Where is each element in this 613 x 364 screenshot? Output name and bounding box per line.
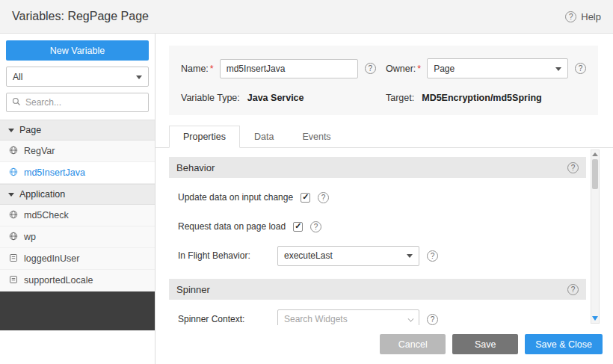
target-label: Target: [386,93,414,103]
spinner-context-input[interactable] [284,314,402,324]
prop-label: Request data on page load [178,221,286,232]
variables-sidebar: New Variable All Page RegVar md5I [0,34,155,364]
tab-data[interactable]: Data [240,126,288,148]
target-value: MD5Encryption/md5Spring [422,93,541,103]
help-icon[interactable] [310,221,321,232]
section-title: Behavior [176,162,215,173]
globe-icon [9,146,18,157]
sidebar-group-application[interactable]: Application [0,184,155,205]
help-icon[interactable] [567,284,579,295]
variable-type-value: Java Service [247,93,304,103]
collapse-triangle-icon [8,193,14,197]
variable-item-label: loggedInUser [24,253,79,264]
search-icon [12,97,21,108]
cancel-button[interactable]: Cancel [380,334,446,354]
variable-item-supportedlocale[interactable]: supportedLocale [0,270,155,291]
chevron-down-icon [407,254,413,258]
variable-item-md5check[interactable]: md5Check [0,205,155,226]
help-icon[interactable] [365,63,376,74]
dialog-header: Variables: RegPage Page Help [0,0,613,34]
required-asterisk: * [417,64,421,74]
required-asterisk: * [210,64,214,74]
help-icon [565,11,576,22]
variable-filter-select[interactable]: All [6,67,149,87]
variable-item-label: wp [24,232,36,242]
chevron-down-icon [136,75,142,79]
properties-panel: Behavior Update data on input change Req… [155,148,613,325]
globe-icon [9,232,18,243]
section-spinner: Spinner [169,279,586,300]
prop-row-in-flight: In Flight Behavior: executeLast [178,246,586,265]
variable-item-loggedinuser[interactable]: loggedInUser [0,248,155,270]
help-icon[interactable] [318,192,329,203]
variable-summary-form: Name:* Owner:* Page Variable Type: Java … [169,46,598,115]
variable-item-label: md5Check [24,210,69,220]
variable-item-regvar[interactable]: RegVar [0,141,155,162]
vertical-scrollbar[interactable] [591,149,600,324]
search-input[interactable] [25,97,143,108]
in-flight-behavior-select[interactable]: executeLast [277,246,419,266]
chevron-down-icon [408,316,414,322]
variable-item-md5insertjava[interactable]: md5InsertJava [0,162,155,184]
sidebar-dark-panel [0,291,155,330]
new-variable-button[interactable]: New Variable [6,40,149,61]
detail-tabs: Properties Data Events [155,126,613,148]
chevron-down-icon [555,67,561,71]
owner-select[interactable]: Page [427,58,568,78]
variable-filter-value: All [13,72,22,82]
help-icon[interactable] [575,63,586,74]
session-variable-icon [9,275,18,286]
variable-item-wp[interactable]: wp [0,226,155,248]
in-flight-behavior-value: executeLast [284,250,333,261]
scroll-down-icon[interactable] [592,316,598,321]
variable-item-label: RegVar [24,146,55,156]
globe-icon [9,167,18,179]
variable-item-label: supportedLocale [24,275,93,286]
owner-value: Page [434,64,455,74]
prop-row-spinner-context: Spinner Context: [178,309,586,325]
name-input[interactable] [220,59,358,78]
name-label: Name:* [181,64,214,74]
globe-icon [9,210,18,221]
help-icon[interactable] [427,250,438,262]
prop-row-update-data: Update data on input change [178,188,586,207]
help-icon[interactable] [567,162,579,173]
scrollbar-thumb[interactable] [592,159,598,189]
session-variable-icon [9,253,18,265]
scroll-up-icon[interactable] [592,152,598,156]
page-title: Variables: RegPage Page [12,10,149,23]
prop-row-request-data: Request data on page load [178,217,586,236]
variable-detail-panel: Name:* Owner:* Page Variable Type: Java … [155,34,613,364]
section-title: Spinner [176,284,210,295]
help-button[interactable]: Help [565,11,601,22]
section-behavior: Behavior [169,157,586,178]
dialog-footer: Cancel Save Save & Close [155,325,613,364]
request-data-checkbox[interactable] [293,222,303,232]
owner-label: Owner:* [386,64,421,74]
save-and-close-button[interactable]: Save & Close [525,334,603,354]
prop-label: Update data on input change [178,192,293,203]
tab-properties[interactable]: Properties [169,126,240,148]
variable-item-label: md5InsertJava [24,167,85,178]
group-label: Application [19,189,65,200]
save-button[interactable]: Save [452,334,518,354]
help-label: Help [581,11,601,22]
update-data-checkbox[interactable] [301,193,310,203]
group-label: Page [19,125,41,135]
help-icon[interactable] [427,314,438,325]
prop-label: In Flight Behavior: [178,250,277,261]
variable-search [6,93,149,112]
prop-label: Spinner Context: [178,314,277,324]
sidebar-group-page[interactable]: Page [0,120,155,141]
collapse-triangle-icon [8,129,14,132]
spinner-context-select[interactable] [277,309,419,325]
tab-events[interactable]: Events [288,126,345,148]
variable-type-label: Variable Type: [181,93,240,103]
